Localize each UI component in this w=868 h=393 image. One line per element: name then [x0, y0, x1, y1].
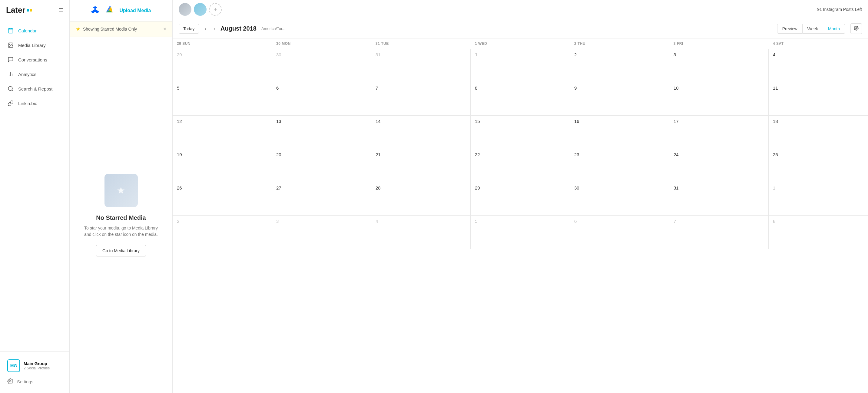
day-number: 8 — [475, 86, 477, 91]
day-cell[interactable]: 15 — [471, 116, 570, 149]
day-number: 3 — [276, 219, 279, 224]
today-button[interactable]: Today — [179, 24, 199, 34]
group-switcher[interactable]: MG Main Group 2 Social Profiles — [6, 356, 63, 375]
preview-view-button[interactable]: Preview — [777, 24, 803, 34]
day-cell[interactable]: 6 — [272, 83, 371, 116]
day-number: 2 — [574, 52, 577, 57]
day-cell[interactable]: 16 — [570, 116, 669, 149]
day-cell[interactable]: 7 — [669, 216, 769, 249]
upload-media-button[interactable]: Upload Media — [119, 8, 151, 13]
week-view-button[interactable]: Week — [803, 24, 824, 34]
day-cell[interactable]: 23 — [570, 149, 669, 182]
day-cell[interactable]: 30 — [272, 49, 371, 82]
logo-letter: Later — [6, 5, 26, 15]
day-number: 19 — [177, 152, 182, 157]
day-cell[interactable]: 31 — [669, 182, 769, 215]
day-cell[interactable]: 21 — [371, 149, 471, 182]
day-number: 31 — [674, 185, 679, 191]
day-cell[interactable]: 22 — [471, 149, 570, 182]
day-cell[interactable]: 29 — [471, 182, 570, 215]
sidebar-item-conversations[interactable]: Conversations — [0, 53, 69, 67]
sidebar-item-calendar[interactable]: Calendar — [0, 23, 69, 38]
sidebar-item-search-repost[interactable]: Search & Repost — [0, 81, 69, 96]
day-number: 5 — [177, 86, 179, 91]
profile-thumb-2[interactable] — [194, 3, 207, 16]
svg-point-5 — [9, 44, 10, 45]
day-cell[interactable]: 9 — [570, 83, 669, 116]
prev-month-button[interactable]: ‹ — [203, 25, 208, 33]
day-cell[interactable]: 12 — [173, 116, 272, 149]
day-cell[interactable]: 5 — [173, 83, 272, 116]
day-cell[interactable]: 27 — [272, 182, 371, 215]
day-cell[interactable]: 19 — [173, 149, 272, 182]
settings-nav-item[interactable]: Settings — [6, 375, 63, 388]
day-cell[interactable]: 7 — [371, 83, 471, 116]
view-buttons: Preview Week Month — [777, 24, 845, 34]
day-cell[interactable]: 13 — [272, 116, 371, 149]
day-number: 27 — [276, 185, 281, 191]
day-cell[interactable]: 1 — [769, 182, 868, 215]
day-cell[interactable]: 24 — [669, 149, 769, 182]
day-cell[interactable]: 18 — [769, 116, 868, 149]
day-cell[interactable]: 31 — [371, 49, 471, 82]
timezone-label: America/Tor... — [261, 26, 285, 31]
day-cell[interactable]: 10 — [669, 83, 769, 116]
day-cell[interactable]: 29 — [173, 49, 272, 82]
day-header-mon: 30 MON — [272, 38, 371, 49]
day-cell[interactable]: 2 — [570, 49, 669, 82]
hamburger-icon[interactable]: ☰ — [58, 7, 63, 13]
day-cell[interactable]: 17 — [669, 116, 769, 149]
day-cell[interactable]: 5 — [471, 216, 570, 249]
close-starred-filter-button[interactable]: × — [163, 26, 166, 32]
day-number: 30 — [276, 52, 281, 57]
week-row-0: 2930311234 — [173, 49, 868, 83]
group-avatar: MG — [7, 359, 20, 372]
sidebar-item-analytics[interactable]: Analytics — [0, 67, 69, 81]
day-cell[interactable]: 8 — [769, 216, 868, 249]
day-number: 10 — [674, 86, 679, 91]
day-cell[interactable]: 4 — [371, 216, 471, 249]
app-logo: Later — [6, 5, 32, 15]
day-cell[interactable]: 28 — [371, 182, 471, 215]
day-number: 29 — [177, 52, 182, 57]
day-cell[interactable]: 2 — [173, 216, 272, 249]
day-cell[interactable]: 30 — [570, 182, 669, 215]
sidebar-item-linkin-bio[interactable]: Linkin.bio — [0, 96, 69, 110]
day-cell[interactable]: 8 — [471, 83, 570, 116]
svg-point-11 — [10, 381, 11, 382]
day-number: 30 — [574, 185, 579, 191]
day-number: 25 — [773, 152, 778, 157]
day-number: 9 — [574, 86, 577, 91]
group-name: Main Group — [24, 361, 50, 366]
upload-label: Upload Media — [119, 8, 151, 13]
go-to-media-library-button[interactable]: Go to Media Library — [96, 245, 146, 257]
dropbox-icon[interactable] — [91, 5, 99, 16]
media-header: Upload Media — [70, 0, 172, 22]
day-cell[interactable]: 1 — [471, 49, 570, 82]
profile-thumbnails: + — [179, 3, 222, 16]
day-cell[interactable]: 20 — [272, 149, 371, 182]
day-cell[interactable]: 26 — [173, 182, 272, 215]
month-view-button[interactable]: Month — [823, 24, 845, 34]
day-cell[interactable]: 6 — [570, 216, 669, 249]
day-cell[interactable]: 3 — [272, 216, 371, 249]
day-cell[interactable]: 25 — [769, 149, 868, 182]
calendar-settings-button[interactable] — [850, 23, 862, 34]
day-header-sun: 29 SUN — [173, 38, 272, 49]
profile-thumb-1[interactable] — [179, 3, 191, 16]
group-info: Main Group 2 Social Profiles — [24, 361, 50, 370]
day-cell[interactable]: 14 — [371, 116, 471, 149]
day-cell[interactable]: 3 — [669, 49, 769, 82]
empty-illustration — [104, 174, 138, 207]
google-drive-icon[interactable] — [105, 6, 113, 15]
svg-line-10 — [12, 90, 13, 91]
posts-left-label: 91 Instagram Posts Left — [817, 7, 862, 12]
add-profile-button[interactable]: + — [209, 3, 222, 16]
day-number: 3 — [674, 52, 676, 57]
sidebar-item-media-library[interactable]: Media Library — [0, 38, 69, 53]
day-number: 6 — [276, 86, 279, 91]
day-cell[interactable]: 11 — [769, 83, 868, 116]
sidebar-nav: Calendar Media Library Conversations Ana… — [0, 20, 69, 351]
next-month-button[interactable]: › — [212, 25, 217, 33]
day-cell[interactable]: 4 — [769, 49, 868, 82]
